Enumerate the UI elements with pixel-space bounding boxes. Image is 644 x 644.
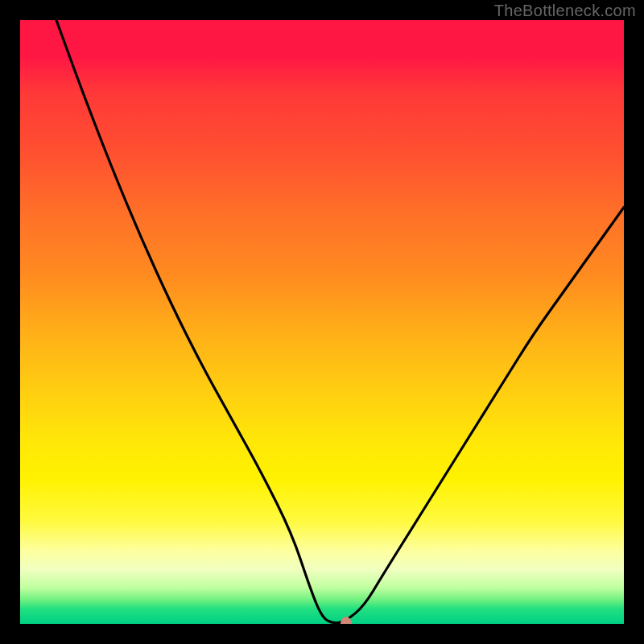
chart-frame: TheBottleneck.com	[0, 0, 644, 644]
bottleneck-curve	[20, 20, 624, 624]
watermark-text: TheBottleneck.com	[494, 2, 636, 20]
plot-area	[20, 20, 624, 624]
